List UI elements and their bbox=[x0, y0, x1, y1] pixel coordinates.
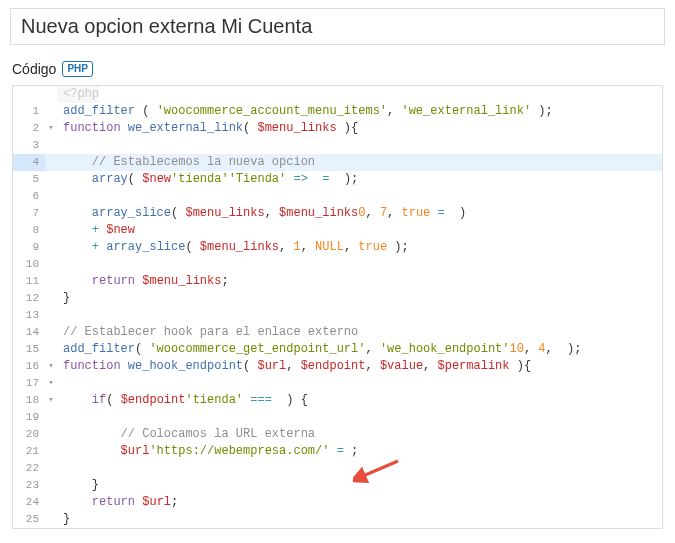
fold-marker-icon bbox=[45, 137, 57, 154]
code-line[interactable]: 5 array( $new'tienda''Tienda' => = ); bbox=[13, 171, 662, 188]
code-line[interactable]: 24 return $url; bbox=[13, 494, 662, 511]
code-content: array( $new'tienda''Tienda' => = ); bbox=[57, 171, 358, 188]
code-line[interactable]: 23 } bbox=[13, 477, 662, 494]
code-content: return $menu_links; bbox=[57, 273, 229, 290]
code-content: function we_external_link( $menu_links )… bbox=[57, 120, 358, 137]
code-content: // Establecemos la nueva opcion bbox=[57, 154, 315, 171]
fold-marker-icon bbox=[45, 477, 57, 494]
code-content bbox=[57, 375, 63, 392]
code-content: // Establecer hook para el enlace extern… bbox=[57, 324, 358, 341]
line-number: 16 bbox=[13, 358, 45, 375]
code-line[interactable]: 1add_filter ( 'woocommerce_account_menu_… bbox=[13, 103, 662, 120]
code-line[interactable]: 18▾ if( $endpoint'tienda' === ) { bbox=[13, 392, 662, 409]
line-number: 23 bbox=[13, 477, 45, 494]
code-line[interactable]: 8 + $new bbox=[13, 222, 662, 239]
code-line[interactable]: 2▾function we_external_link( $menu_links… bbox=[13, 120, 662, 137]
code-content: // Colocamos la URL externa bbox=[57, 426, 315, 443]
php-badge: PHP bbox=[62, 61, 93, 77]
fold-marker-icon bbox=[45, 256, 57, 273]
code-line[interactable]: 3 bbox=[13, 137, 662, 154]
line-number: 14 bbox=[13, 324, 45, 341]
code-content bbox=[57, 409, 63, 426]
code-content bbox=[57, 460, 63, 477]
code-line[interactable]: 22 bbox=[13, 460, 662, 477]
line-number: 1 bbox=[13, 103, 45, 120]
code-line[interactable]: 13 bbox=[13, 307, 662, 324]
fold-marker-icon bbox=[45, 171, 57, 188]
code-content: return $url; bbox=[57, 494, 178, 511]
fold-marker-icon[interactable]: ▾ bbox=[45, 375, 57, 392]
line-number: 11 bbox=[13, 273, 45, 290]
code-content: } bbox=[57, 477, 99, 494]
fold-marker-icon[interactable]: ▾ bbox=[45, 358, 57, 375]
code-line[interactable]: 4 // Establecemos la nueva opcion bbox=[13, 154, 662, 171]
fold-marker-icon bbox=[45, 222, 57, 239]
line-number: 15 bbox=[13, 341, 45, 358]
code-content bbox=[57, 307, 63, 324]
fold-marker-icon bbox=[45, 103, 57, 120]
code-line[interactable]: 20 // Colocamos la URL externa bbox=[13, 426, 662, 443]
fold-marker-icon bbox=[45, 460, 57, 477]
code-line[interactable]: 12} bbox=[13, 290, 662, 307]
code-line[interactable]: 10 bbox=[13, 256, 662, 273]
code-content: function we_hook_endpoint( $url, $endpoi… bbox=[57, 358, 531, 375]
code-content: + $new bbox=[57, 222, 135, 239]
fold-marker-icon bbox=[45, 426, 57, 443]
code-content bbox=[57, 188, 63, 205]
code-line[interactable]: 25} bbox=[13, 511, 662, 528]
code-line[interactable]: 7 array_slice( $menu_links, $menu_links0… bbox=[13, 205, 662, 222]
code-content: if( $endpoint'tienda' === ) { bbox=[57, 392, 308, 409]
line-number: 12 bbox=[13, 290, 45, 307]
code-content: array_slice( $menu_links, $menu_links0, … bbox=[57, 205, 466, 222]
line-number: 10 bbox=[13, 256, 45, 273]
fold-marker-icon bbox=[45, 273, 57, 290]
fold-marker-icon bbox=[45, 239, 57, 256]
code-line[interactable]: 11 return $menu_links; bbox=[13, 273, 662, 290]
fold-marker-icon[interactable]: ▾ bbox=[45, 120, 57, 137]
fold-marker-icon bbox=[45, 290, 57, 307]
line-number: 6 bbox=[13, 188, 45, 205]
code-line[interactable]: 6 bbox=[13, 188, 662, 205]
fold-marker-icon bbox=[45, 443, 57, 460]
code-line[interactable]: 16▾function we_hook_endpoint( $url, $end… bbox=[13, 358, 662, 375]
php-open-tag: <?php bbox=[57, 86, 99, 103]
code-line[interactable]: 9 + array_slice( $menu_links, 1, NULL, t… bbox=[13, 239, 662, 256]
line-number: 3 bbox=[13, 137, 45, 154]
code-content: + array_slice( $menu_links, 1, NULL, tru… bbox=[57, 239, 409, 256]
fold-marker-icon bbox=[45, 205, 57, 222]
code-line[interactable]: 21 $url'https://webempresa.com/' = ; bbox=[13, 443, 662, 460]
line-number: 4 bbox=[13, 154, 45, 171]
line-number: 18 bbox=[13, 392, 45, 409]
fold-marker-icon bbox=[45, 511, 57, 528]
fold-marker-icon[interactable]: ▾ bbox=[45, 392, 57, 409]
code-content: } bbox=[57, 511, 70, 528]
fold-marker-icon bbox=[45, 324, 57, 341]
fold-marker-icon bbox=[45, 307, 57, 324]
line-number: 19 bbox=[13, 409, 45, 426]
code-editor[interactable]: <?php 1add_filter ( 'woocommerce_account… bbox=[12, 85, 663, 529]
code-section-label: Código bbox=[12, 61, 56, 77]
line-number: 13 bbox=[13, 307, 45, 324]
line-number: 7 bbox=[13, 205, 45, 222]
code-line[interactable]: 19 bbox=[13, 409, 662, 426]
code-content bbox=[57, 256, 63, 273]
line-number: 21 bbox=[13, 443, 45, 460]
code-content: $url'https://webempresa.com/' = ; bbox=[57, 443, 358, 460]
code-content: add_filter( 'woocommerce_get_endpoint_ur… bbox=[57, 341, 582, 358]
fold-marker-icon bbox=[45, 494, 57, 511]
line-number: 5 bbox=[13, 171, 45, 188]
fold-marker-icon bbox=[45, 341, 57, 358]
line-number: 2 bbox=[13, 120, 45, 137]
line-number: 8 bbox=[13, 222, 45, 239]
code-section-header: Código PHP bbox=[0, 57, 675, 85]
line-number: 25 bbox=[13, 511, 45, 528]
fold-marker-icon bbox=[45, 409, 57, 426]
fold-marker-icon bbox=[45, 188, 57, 205]
code-line[interactable]: 14// Establecer hook para el enlace exte… bbox=[13, 324, 662, 341]
code-line[interactable]: 17▾ bbox=[13, 375, 662, 392]
line-number: 22 bbox=[13, 460, 45, 477]
snippet-title-input[interactable] bbox=[10, 8, 665, 45]
code-line[interactable]: 15add_filter( 'woocommerce_get_endpoint_… bbox=[13, 341, 662, 358]
code-content: add_filter ( 'woocommerce_account_menu_i… bbox=[57, 103, 553, 120]
code-content bbox=[57, 137, 63, 154]
